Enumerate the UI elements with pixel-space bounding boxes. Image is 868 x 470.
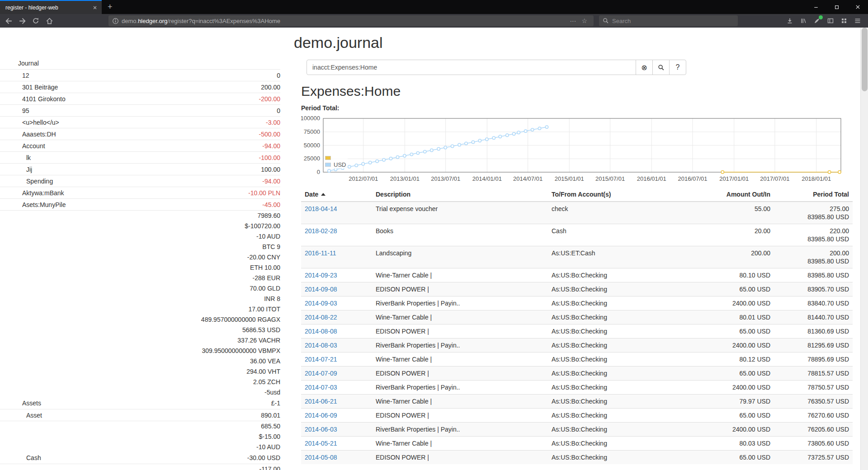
- home-button[interactable]: [42, 15, 56, 27]
- sidebar-balance-amount: 100.00: [261, 166, 280, 173]
- sidebar-account-link[interactable]: 95: [0, 107, 29, 114]
- transaction-account: As:US:Bo:Checking: [548, 338, 697, 352]
- period-total-amount: 76205.60 USD: [774, 423, 853, 437]
- bookmark-star-icon[interactable]: ☆: [579, 17, 590, 24]
- sidebar-account-link[interactable]: Asets:MunyPile: [0, 201, 66, 208]
- column-header-amount[interactable]: Amount Out/In: [697, 188, 774, 202]
- sidebar-account-row: 4101 Girokonto-200.00: [0, 93, 280, 104]
- forward-button[interactable]: [15, 15, 29, 27]
- transaction-date-link[interactable]: 2014-05-08: [305, 454, 337, 461]
- period-total-line: 83985.80 USD: [778, 213, 849, 221]
- download-icon[interactable]: [783, 15, 797, 27]
- transaction-date-link[interactable]: 2016-11-11: [305, 249, 336, 257]
- hamburger-menu-icon[interactable]: [851, 15, 864, 27]
- transaction-date-link[interactable]: 2018-04-14: [305, 205, 337, 212]
- sidebar-account-link[interactable]: 12: [0, 72, 29, 79]
- page-scrollbar[interactable]: [860, 28, 868, 470]
- transaction-date-link[interactable]: 2014-06-21: [305, 398, 337, 405]
- window-controls: [806, 0, 868, 14]
- window-close-button[interactable]: [847, 0, 868, 14]
- browser-tab[interactable]: register - hledger-web: [0, 0, 102, 14]
- library-icon[interactable]: [797, 15, 810, 27]
- browser-search-bar[interactable]: [599, 15, 738, 26]
- column-header-description[interactable]: Description: [372, 188, 548, 202]
- transaction-date-link[interactable]: 2014-06-03: [305, 426, 337, 433]
- search-submit-button[interactable]: [652, 60, 670, 75]
- register-row: 2014-09-23Wine-Tarner Cable |As:US:Bo:Ch…: [301, 268, 853, 282]
- period-total-line: 83905.70 USD: [778, 285, 849, 293]
- browser-search-input[interactable]: [612, 18, 721, 24]
- transaction-date-link[interactable]: 2014-07-03: [305, 384, 337, 391]
- sidebar-account-link[interactable]: Journal: [0, 60, 39, 67]
- transaction-date-link[interactable]: 2014-09-03: [305, 300, 337, 307]
- transaction-date-link[interactable]: 2014-09-23: [305, 272, 337, 279]
- sidebar-account-link[interactable]: Aaasets:DH: [0, 131, 56, 138]
- transaction-amount: 65.00 USD: [697, 409, 774, 423]
- window-maximize-button[interactable]: [826, 0, 847, 14]
- transaction-date-link[interactable]: 2014-07-09: [305, 370, 337, 377]
- clear-query-button[interactable]: ⊗: [636, 60, 653, 75]
- sidebar-account-link[interactable]: lk: [0, 154, 31, 161]
- column-header-period-total[interactable]: Period Total: [774, 188, 853, 202]
- sidebar-balance-line: 489.957000000000 RGAGX: [0, 314, 280, 324]
- transaction-date-link[interactable]: 2014-06-09: [305, 412, 337, 419]
- query-input[interactable]: [307, 60, 636, 75]
- sidebar-balance-amount: -10 AUD: [256, 233, 280, 240]
- sidebar-balance-line: 337.26 VACHR: [0, 335, 280, 345]
- back-button[interactable]: [2, 15, 15, 27]
- transaction-date-link[interactable]: 2014-05-21: [305, 440, 337, 447]
- column-label-date: Date: [305, 191, 318, 198]
- sidebar-account-link[interactable]: <u>hello</u>: [0, 119, 59, 126]
- sidebar-account-row: Cash-30.00 USD: [0, 452, 280, 464]
- sidebar-balance-amount: 200.00: [261, 84, 280, 91]
- site-info-icon[interactable]: [112, 18, 119, 24]
- new-tab-button[interactable]: +: [102, 0, 118, 14]
- scrollbar-thumb[interactable]: [862, 28, 868, 91]
- transaction-account: As:US:Bo:Checking: [548, 352, 697, 367]
- transaction-account: As:US:Bo:Checking: [548, 310, 697, 324]
- sidebar-account-link[interactable]: Jij: [0, 166, 32, 173]
- transaction-account: As:US:Bo:Checking: [548, 451, 697, 465]
- transaction-date-link[interactable]: 2014-07-21: [305, 356, 337, 363]
- transaction-date-link[interactable]: 2014-08-22: [305, 314, 337, 321]
- transaction-date-link[interactable]: 2014-09-08: [305, 286, 337, 293]
- register-row: 2014-06-03RiverBank Properties | Payin..…: [301, 423, 853, 437]
- extension-icon[interactable]: [810, 15, 824, 27]
- transaction-description: Trial expense voucher: [372, 202, 548, 224]
- sidebar-account-link[interactable]: Spending: [0, 178, 53, 185]
- sidebar-account-link[interactable]: Asset: [0, 412, 42, 419]
- sort-ascending-icon: [321, 193, 326, 196]
- page-actions-icon[interactable]: ···: [567, 17, 579, 24]
- sidebar-balance-line: -10 AUD: [0, 442, 280, 452]
- period-total-amount: 83840.70 USD: [774, 296, 853, 310]
- sidebar-account-link[interactable]: 4101 Girokonto: [0, 95, 66, 103]
- sidebar-balance-amount: 890.01: [261, 412, 280, 419]
- help-button[interactable]: ?: [669, 60, 686, 75]
- sidebar-account-link[interactable]: Assets: [0, 400, 41, 407]
- sidebar-balance-amount: -10.00 PLN: [248, 189, 280, 197]
- transaction-account: As:US:Bo:Checking: [548, 423, 697, 437]
- transaction-amount: 2400.00 USD: [697, 338, 774, 352]
- sidebar-account-row: 120: [0, 69, 280, 81]
- transaction-date-link[interactable]: 2014-08-08: [305, 328, 337, 335]
- sidebar-account-link[interactable]: Aktywa:mBank: [0, 189, 64, 197]
- register-row: 2014-05-21Wine-Tarner Cable |As:US:Bo:Ch…: [301, 437, 853, 451]
- tab-close-icon[interactable]: [91, 4, 99, 12]
- window-minimize-button[interactable]: [806, 0, 826, 14]
- sidebar-account-link[interactable]: Account: [0, 142, 45, 150]
- sidebar-balance-amount: 489.957000000000 RGAGX: [201, 316, 280, 323]
- transaction-amount: 80.01 USD: [697, 310, 774, 324]
- sidebar-toggle-icon[interactable]: [824, 15, 837, 27]
- register-row: 2014-06-09EDISON POWER |As:US:Bo:Checkin…: [301, 409, 853, 423]
- column-header-account[interactable]: To/From Account(s): [548, 188, 697, 202]
- transaction-date-link[interactable]: 2018-02-28: [305, 227, 337, 235]
- transaction-date-link[interactable]: 2014-08-03: [305, 342, 337, 349]
- sidebar-balance-amount: 0: [277, 107, 280, 114]
- column-header-date[interactable]: Date: [301, 188, 372, 202]
- sidebar-account-link[interactable]: 301 Beiträge: [0, 84, 58, 91]
- sidebar-account-link[interactable]: Cash: [0, 454, 41, 461]
- apps-grid-icon[interactable]: [837, 15, 851, 27]
- svg-text:2013/07/01: 2013/07/01: [431, 175, 460, 182]
- url-bar[interactable]: demo.hledger.org/register?q=inacct%3AExp…: [108, 15, 594, 26]
- reload-button[interactable]: [29, 15, 42, 27]
